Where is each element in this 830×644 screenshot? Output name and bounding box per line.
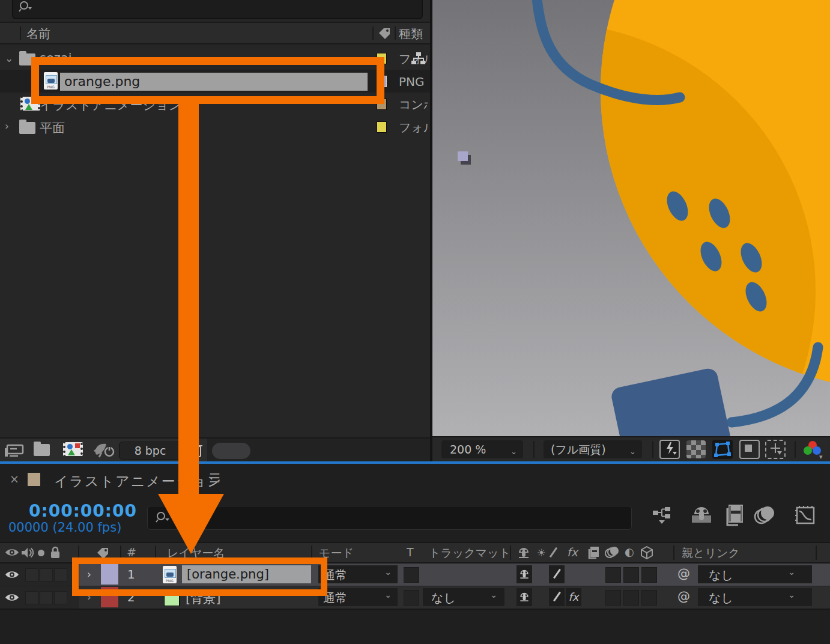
matte-cell[interactable] (404, 590, 419, 606)
switch-cell[interactable] (605, 567, 621, 583)
collapse-transform-sun-icon[interactable]: ☀ (537, 547, 546, 559)
switch-cell[interactable] (623, 567, 639, 583)
chevron-down-icon: ⌄ (384, 567, 392, 577)
column-parent-link[interactable]: 親とリンク (682, 545, 740, 561)
column-name[interactable]: 名前 (26, 26, 50, 42)
transparency-grid-icon[interactable] (686, 440, 706, 458)
blue-curves-artwork (432, 0, 830, 436)
solo-cell[interactable] (40, 591, 53, 604)
fx-switch-icon[interactable]: fx (567, 545, 578, 559)
guide-options-icon[interactable] (765, 440, 786, 459)
layer-visibility-eye-icon[interactable] (5, 570, 19, 580)
region-of-interest-icon[interactable] (739, 440, 760, 459)
resolution-value: (フル画質) (544, 443, 606, 456)
frame-counter: 00000 (24.00 fps) (8, 520, 121, 535)
item-type: PNG ファイル (399, 74, 428, 90)
parent-pickwhip-icon[interactable]: @ (677, 567, 690, 581)
quality-switch-icon[interactable] (550, 547, 557, 557)
video-column-eye-icon[interactable] (5, 547, 19, 557)
new-composition-icon[interactable] (63, 442, 83, 456)
quality-switch-cell[interactable] (549, 588, 565, 606)
drag-ghost-square (458, 151, 468, 161)
flowchart-icon[interactable] (411, 52, 426, 66)
track-matte-value: なし (431, 590, 456, 606)
timeline-tab-bar: × イラストアニメーション ☰ (0, 464, 830, 495)
blend-mode-dropdown[interactable]: 通常 ⌄ (318, 588, 398, 606)
new-folder-icon[interactable] (34, 444, 50, 456)
parent-value: なし (709, 590, 733, 606)
mini-flowchart-icon[interactable] (652, 506, 676, 527)
project-search-input[interactable] (12, 0, 423, 19)
graph-editor-icon[interactable] (794, 505, 818, 526)
render-engine-icon[interactable] (93, 442, 115, 458)
motion-blur-icon[interactable] (753, 505, 777, 526)
solo-cell[interactable] (40, 568, 53, 582)
switch-cell[interactable] (623, 590, 639, 606)
frame-blend-icon[interactable] (722, 503, 747, 527)
chevron-down-icon: ⌄ (629, 443, 636, 461)
shy-layers-icon[interactable] (689, 505, 713, 526)
horizontal-scrollbar-track[interactable] (207, 439, 430, 463)
item-name: 平面 (40, 120, 65, 136)
fx-switch-cell[interactable]: fx (566, 588, 581, 606)
column-number[interactable]: # (127, 545, 136, 559)
adjustment-layer-icon[interactable]: ◐ (625, 545, 634, 558)
resolution-dropdown[interactable]: (フル画質) ⌄ (544, 440, 642, 458)
collapse-chevron-icon[interactable]: ⌄ (5, 52, 13, 64)
motion-blur-switch-icon[interactable] (604, 547, 620, 559)
switch-cell[interactable] (641, 567, 657, 583)
project-panel-footer: 8 bpc (0, 437, 430, 463)
shy-switch-cell[interactable] (516, 565, 532, 583)
item-type: コンポジション (399, 97, 428, 112)
audio-cell[interactable] (25, 591, 38, 604)
audio-column-speaker-icon[interactable] (20, 547, 34, 559)
chevron-down-icon: ⌄ (788, 590, 795, 600)
audio-cell[interactable] (25, 568, 38, 582)
solo-column-icon[interactable] (38, 550, 44, 556)
shy-switch-cell[interactable] (516, 588, 532, 606)
lock-cell[interactable] (54, 591, 67, 604)
fast-preview-icon[interactable] (659, 440, 680, 459)
lock-column-icon[interactable] (50, 546, 61, 559)
panel-menu-icon[interactable]: ☰ (209, 471, 220, 485)
bit-depth-button[interactable]: 8 bpc (119, 442, 181, 460)
quality-switch-cell[interactable] (549, 565, 565, 583)
chevron-down-icon: ⌄ (510, 443, 517, 461)
search-icon (18, 0, 34, 13)
expand-chevron-icon[interactable]: › (5, 120, 9, 132)
column-type[interactable]: 種類 (399, 26, 423, 42)
layer-visibility-eye-icon[interactable] (5, 592, 19, 603)
composition-viewer[interactable] (432, 0, 830, 436)
comp-label-chip[interactable] (28, 473, 40, 486)
annotation-arrow-shaft (178, 101, 199, 495)
horizontal-scrollbar-thumb[interactable] (212, 443, 250, 459)
parent-dropdown[interactable]: なし ⌄ (698, 565, 812, 583)
cube-3d-icon[interactable] (640, 546, 653, 559)
parent-dropdown[interactable]: なし ⌄ (698, 588, 812, 606)
shy-switch-icon[interactable] (516, 547, 531, 559)
mask-visibility-icon[interactable] (712, 440, 733, 459)
chevron-down-icon: ⌄ (490, 590, 497, 600)
parent-value: なし (709, 567, 733, 583)
interpret-footage-icon[interactable] (4, 443, 24, 458)
matte-cell[interactable] (404, 567, 419, 583)
switch-cell[interactable] (641, 590, 657, 606)
current-timecode[interactable]: 0:00:00:00 (29, 501, 137, 521)
close-icon[interactable]: × (10, 472, 19, 485)
frame-blend-switch-icon[interactable] (587, 546, 601, 559)
label-color-chip[interactable] (377, 121, 387, 133)
annotation-rectangle-source (31, 57, 384, 104)
zoom-level-dropdown[interactable]: 200 % ⌄ (441, 440, 523, 458)
column-t[interactable]: T (407, 545, 414, 559)
label-column-tag-icon[interactable] (377, 26, 392, 40)
parent-pickwhip-icon[interactable]: @ (677, 589, 690, 604)
lock-cell[interactable] (54, 568, 67, 582)
blend-mode-dropdown[interactable]: 通常 ⌄ (318, 565, 398, 583)
track-matte-dropdown[interactable]: なし ⌄ (423, 588, 504, 606)
timeline-toolbar: 0:00:00:00 00000 (24.00 fps) (0, 495, 830, 542)
zoom-level-value: 200 % (441, 443, 486, 456)
switch-cell[interactable] (605, 590, 621, 606)
project-row-heimen[interactable]: › 平面 フォルダー (0, 115, 430, 138)
viewer-toolbar: 200 % ⌄ (フル画質) ⌄ (432, 436, 830, 463)
column-track-matte[interactable]: トラックマット (429, 545, 510, 561)
